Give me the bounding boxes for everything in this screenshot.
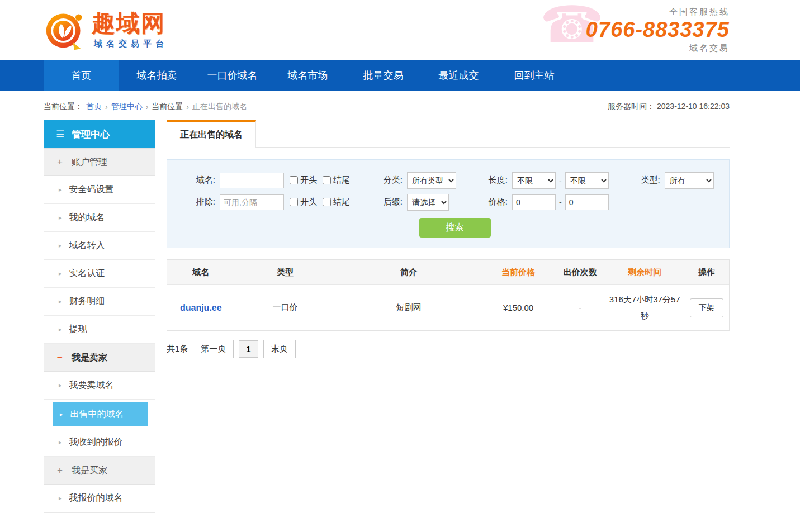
- domain-ends-checkbox[interactable]: [323, 176, 331, 184]
- breadcrumb-link-home[interactable]: 首页: [86, 102, 102, 112]
- delist-button[interactable]: 下架: [690, 298, 723, 317]
- domain-ends-option[interactable]: 结尾: [323, 175, 350, 186]
- tab-bar: 正在出售的域名: [167, 120, 730, 148]
- nav-item-fixed-price-domains[interactable]: 一口价域名: [195, 60, 270, 91]
- col-header-bid-count: 出价次数: [555, 267, 605, 278]
- search-button[interactable]: 搜索: [419, 218, 491, 238]
- sidebar-title-label: 管理中心: [72, 128, 110, 141]
- chevron-right-icon: ▸: [59, 214, 62, 221]
- exclude-ends-checkbox[interactable]: [323, 198, 331, 206]
- length-min-select[interactable]: 不限: [512, 172, 556, 189]
- col-header-intro: 简介: [335, 267, 481, 278]
- domain-bids-cell: -: [555, 303, 605, 312]
- search-panel: 域名: 开头 结尾 分类: 所有类型: [167, 159, 730, 248]
- length-max-select[interactable]: 不限: [565, 172, 609, 189]
- pagination-first-button[interactable]: 第一页: [193, 340, 234, 358]
- price-label: 价格:: [473, 197, 508, 207]
- sidebar-item-my-domains[interactable]: ▸ 我的域名: [44, 204, 155, 232]
- chevron-right-icon: ▸: [59, 242, 62, 249]
- logo-title: 趣域网: [92, 12, 168, 35]
- pagination-last-button[interactable]: 末页: [263, 340, 296, 358]
- main-nav: 首页 域名拍卖 一口价域名 域名市场 批量交易 最近成交 回到主站: [0, 60, 800, 91]
- chevron-right-icon: ▸: [59, 439, 62, 446]
- suffix-label: 后缀:: [368, 197, 403, 207]
- logo-q-icon: [44, 9, 86, 51]
- nav-item-home[interactable]: 首页: [44, 60, 119, 91]
- nav-item-back-to-main-site[interactable]: 回到主站: [496, 60, 572, 91]
- type-select[interactable]: 所有: [665, 172, 714, 189]
- sidebar-item-withdraw[interactable]: ▸ 提现: [44, 316, 155, 344]
- col-header-action: 操作: [684, 267, 729, 278]
- chevron-right-icon: ▸: [59, 495, 62, 502]
- table-header-row: 域名 类型 简介 当前价格 出价次数 剩余时间 操作: [167, 260, 729, 285]
- nav-item-recent-deals[interactable]: 最近成交: [421, 60, 496, 91]
- breadcrumb-separator: ›: [186, 102, 189, 111]
- sidebar-item-security-code-settings[interactable]: ▸ 安全码设置: [44, 176, 155, 204]
- breadcrumb-current-location: 当前位置: [152, 102, 183, 112]
- sidebar-item-domains-i-bid-on[interactable]: ▸ 我报价的域名: [44, 484, 155, 512]
- sidebar-item-offers-received[interactable]: ▸ 我收到的报价: [44, 429, 155, 457]
- pagination-total: 共1条: [167, 344, 188, 354]
- plus-icon: +: [56, 156, 63, 168]
- exclude-input[interactable]: [220, 194, 284, 210]
- main-panel: 正在出售的域名 域名: 开头 结尾: [167, 120, 730, 358]
- sidebar-item-financial-details[interactable]: ▸ 财务明细: [44, 288, 155, 316]
- server-time-label: 服务器时间：: [608, 102, 655, 111]
- sidebar-group-i-am-buyer[interactable]: + 我是买家: [44, 457, 155, 484]
- sidebar: ☰ 管理中心 + 账户管理 ▸ 安全码设置 ▸ 我的域名 ▸ 域名转入 ▸ 实名…: [44, 120, 155, 513]
- logo-subtitle: 域名交易平台: [92, 39, 168, 49]
- domain-starts-checkbox[interactable]: [290, 176, 298, 184]
- chevron-right-icon: ▸: [59, 270, 62, 277]
- site-logo[interactable]: 趣域网 域名交易平台: [44, 9, 168, 51]
- nav-item-bulk-trade[interactable]: 批量交易: [345, 60, 421, 91]
- breadcrumb-current-page: 正在出售的域名: [192, 102, 247, 112]
- breadcrumb-link-management-center[interactable]: 管理中心: [111, 102, 143, 112]
- domain-type-cell: 一口价: [235, 302, 336, 313]
- hotline-label: 全国客服热线: [586, 7, 730, 17]
- tab-domains-on-sale[interactable]: 正在出售的域名: [167, 120, 256, 148]
- suffix-select[interactable]: 请选择: [407, 194, 449, 211]
- sidebar-group-i-am-seller[interactable]: − 我是卖家: [44, 344, 155, 372]
- chevron-right-icon: ▸: [59, 326, 62, 333]
- breadcrumb-separator: ›: [105, 102, 108, 111]
- category-select[interactable]: 所有类型: [407, 172, 456, 189]
- price-max-input[interactable]: [565, 194, 609, 210]
- chevron-right-icon: ▸: [60, 411, 63, 418]
- domains-table: 域名 类型 简介 当前价格 出价次数 剩余时间 操作 duanju.ee 一口价…: [167, 259, 730, 331]
- exclude-ends-option[interactable]: 结尾: [323, 197, 350, 207]
- nav-item-domain-auction[interactable]: 域名拍卖: [119, 60, 195, 91]
- sidebar-item-real-name-verification[interactable]: ▸ 实名认证: [44, 260, 155, 288]
- range-dash: -: [559, 176, 562, 185]
- exclude-starts-checkbox[interactable]: [290, 198, 298, 206]
- sidebar-item-domains-on-sale[interactable]: ▸ 出售中的域名: [53, 402, 148, 426]
- category-label: 分类:: [368, 175, 403, 186]
- domain-intro-cell: 短剧网: [335, 302, 481, 313]
- domain-starts-option[interactable]: 开头: [290, 175, 317, 186]
- col-header-domain: 域名: [167, 267, 235, 278]
- price-min-input[interactable]: [512, 194, 556, 210]
- pagination-page-1[interactable]: 1: [239, 340, 258, 358]
- range-dash: -: [559, 198, 562, 207]
- breadcrumb-row: 当前位置： 首页 › 管理中心 › 当前位置 › 正在出售的域名 服务器时间： …: [44, 91, 730, 120]
- pagination: 共1条 第一页 1 末页: [167, 340, 730, 358]
- domain-time-left-cell: 316天7小时37分57秒: [605, 292, 684, 324]
- domain-price-cell: ¥150.00: [482, 303, 555, 312]
- top-header: 趣域网 域名交易平台 ☎ 全国客服热线 0766-8833375 域名交易: [44, 0, 730, 60]
- table-row: duanju.ee 一口价 短剧网 ¥150.00 - 316天7小时37分57…: [167, 285, 729, 330]
- breadcrumb-separator: ›: [146, 102, 149, 111]
- domain-link[interactable]: duanju.ee: [180, 303, 222, 312]
- sidebar-item-domain-transfer-in[interactable]: ▸ 域名转入: [44, 232, 155, 260]
- domain-input[interactable]: [220, 173, 284, 188]
- hotline-number: 0766-8833375: [586, 18, 730, 42]
- server-time: 服务器时间： 2023-12-10 16:22:03: [608, 102, 730, 112]
- sidebar-group-account-management[interactable]: + 账户管理: [44, 148, 155, 176]
- exclude-starts-option[interactable]: 开头: [290, 197, 317, 207]
- sidebar-item-sell-my-domain[interactable]: ▸ 我要卖域名: [44, 372, 155, 400]
- chevron-right-icon: ▸: [59, 186, 62, 193]
- server-time-value: 2023-12-10 16:22:03: [657, 102, 730, 111]
- chevron-right-icon: ▸: [59, 382, 62, 389]
- nav-item-domain-market[interactable]: 域名市场: [270, 60, 345, 91]
- minus-icon: −: [56, 352, 63, 363]
- breadcrumb: 当前位置： 首页 › 管理中心 › 当前位置 › 正在出售的域名: [44, 102, 247, 112]
- col-header-current-price: 当前价格: [482, 267, 555, 278]
